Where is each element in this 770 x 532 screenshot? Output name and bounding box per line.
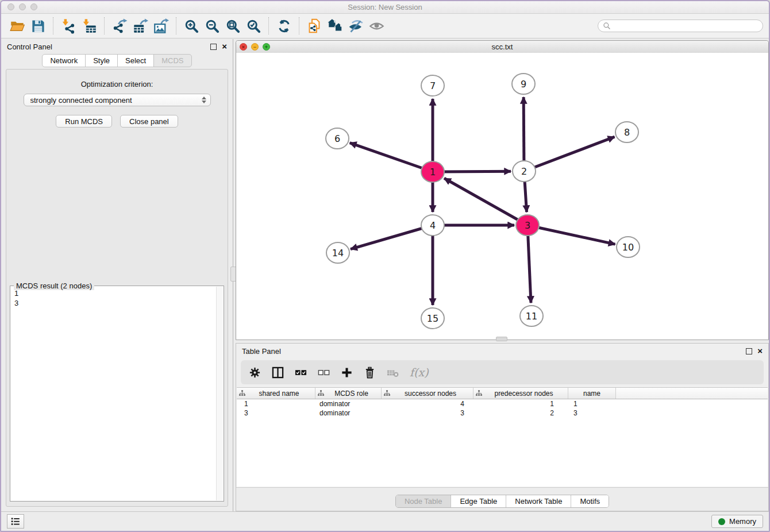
close-table-panel-icon[interactable]: × bbox=[757, 348, 763, 354]
tab-motifs[interactable]: Motifs bbox=[571, 495, 609, 507]
float-table-panel-icon[interactable] bbox=[746, 348, 752, 354]
optimization-criterion-select[interactable]: strongly connected component bbox=[24, 94, 211, 106]
unselect-all-columns-button[interactable] bbox=[318, 365, 330, 380]
graph-edge-4-14[interactable] bbox=[351, 225, 433, 249]
table-header: shared name MCDS role successor nodes pr… bbox=[237, 387, 768, 399]
svg-text:8: 8 bbox=[624, 127, 630, 138]
zoom-selected-button[interactable] bbox=[243, 16, 264, 36]
tab-network[interactable]: Network bbox=[42, 54, 86, 67]
tab-mcds[interactable]: MCDS bbox=[153, 54, 191, 67]
export-network-button[interactable] bbox=[109, 16, 130, 36]
export-image-button[interactable] bbox=[151, 16, 171, 36]
close-panel-icon[interactable]: × bbox=[222, 43, 227, 50]
main-toolbar bbox=[1, 14, 769, 38]
toolbar-separator bbox=[176, 17, 176, 34]
function-builder-button[interactable]: f(x) bbox=[410, 365, 429, 380]
optimization-criterion-label: Optimization criterion: bbox=[6, 80, 228, 88]
apply-layout-button[interactable] bbox=[274, 16, 294, 36]
graph-edge-1-6[interactable] bbox=[350, 143, 433, 172]
close-panel-button[interactable]: Close panel bbox=[120, 115, 178, 128]
graph-edge-2-9[interactable] bbox=[523, 97, 524, 171]
first-neighbors-button[interactable] bbox=[325, 16, 345, 36]
zoom-out-button[interactable] bbox=[202, 16, 222, 36]
toolbar-separator bbox=[268, 17, 269, 34]
graph-node-6[interactable]: 6 bbox=[326, 128, 349, 149]
zoom-in-icon bbox=[184, 18, 199, 34]
search-input[interactable] bbox=[614, 21, 758, 31]
graph-node-3[interactable]: 3 bbox=[516, 215, 539, 236]
table-settings-button[interactable] bbox=[249, 365, 261, 380]
graph-edge-2-8[interactable] bbox=[524, 137, 614, 171]
graph-node-1[interactable]: 1 bbox=[421, 161, 444, 182]
tab-select[interactable]: Select bbox=[117, 54, 154, 67]
import-network-button[interactable] bbox=[58, 16, 79, 36]
svg-text:9: 9 bbox=[521, 79, 526, 90]
gear-icon bbox=[249, 367, 261, 379]
svg-text:2: 2 bbox=[521, 166, 527, 177]
result-item[interactable]: 1 bbox=[14, 288, 220, 298]
hierarchy-icon bbox=[318, 390, 324, 396]
float-panel-icon[interactable] bbox=[210, 44, 217, 50]
show-all-button[interactable] bbox=[366, 16, 387, 36]
delete-columns-button[interactable] bbox=[364, 365, 376, 380]
zoom-fit-button[interactable] bbox=[222, 16, 243, 36]
result-item[interactable]: 3 bbox=[14, 298, 220, 308]
table-header-filler bbox=[616, 388, 768, 399]
graph-edge-3-10[interactable] bbox=[528, 225, 615, 244]
graph-node-8[interactable]: 8 bbox=[615, 122, 638, 142]
tab-edge-table[interactable]: Edge Table bbox=[451, 495, 506, 507]
clone-network-button[interactable] bbox=[304, 16, 325, 36]
tab-style[interactable]: Style bbox=[85, 54, 118, 67]
result-scrollbar[interactable] bbox=[216, 287, 223, 500]
delete-table-button[interactable] bbox=[387, 365, 399, 380]
search-box[interactable] bbox=[598, 20, 763, 32]
task-history-button[interactable] bbox=[7, 514, 24, 529]
export-table-icon bbox=[133, 18, 148, 34]
search-icon bbox=[603, 22, 611, 30]
main-titlebar: Session: New Session bbox=[1, 1, 769, 14]
create-column-button[interactable] bbox=[341, 365, 353, 380]
table-row[interactable]: 1 dominator 4 1 1 bbox=[237, 399, 768, 408]
column-header-shared-name[interactable]: shared name bbox=[237, 388, 315, 399]
memory-button[interactable]: Memory bbox=[711, 515, 763, 528]
zoom-in-button[interactable] bbox=[181, 16, 202, 36]
horizontal-splitter-handle[interactable] bbox=[496, 337, 507, 341]
tab-network-table[interactable]: Network Table bbox=[506, 495, 571, 507]
network-window-titlebar: × − + scc.txt bbox=[236, 41, 768, 53]
column-header-predecessor-nodes[interactable]: predecessor nodes bbox=[473, 388, 568, 399]
hide-selected-button[interactable] bbox=[345, 16, 366, 36]
graph-node-14[interactable]: 14 bbox=[326, 242, 349, 263]
network-graph-canvas[interactable]: 7968124314101511 bbox=[236, 53, 768, 340]
graph-node-10[interactable]: 10 bbox=[617, 237, 640, 257]
import-table-button[interactable] bbox=[79, 16, 99, 36]
column-header-mcds-role[interactable]: MCDS role bbox=[315, 388, 382, 399]
control-panel: Control Panel × Network Style Select MCD… bbox=[1, 39, 233, 514]
graph-node-11[interactable]: 11 bbox=[520, 306, 543, 326]
fx-icon: f(x) bbox=[410, 366, 429, 379]
svg-text:14: 14 bbox=[332, 248, 344, 259]
graph-edge-3-1[interactable] bbox=[444, 178, 528, 225]
eye-icon bbox=[369, 18, 384, 34]
export-table-button[interactable] bbox=[130, 16, 151, 36]
tab-node-table[interactable]: Node Table bbox=[396, 495, 451, 507]
column-header-successor-nodes[interactable]: successor nodes bbox=[382, 388, 473, 399]
run-mcds-button[interactable]: Run MCDS bbox=[56, 115, 112, 128]
graph-node-15[interactable]: 15 bbox=[421, 308, 444, 329]
mcds-result-list[interactable]: 1 3 bbox=[11, 287, 223, 500]
toolbar-separator bbox=[104, 17, 105, 34]
select-all-columns-button[interactable] bbox=[295, 365, 307, 380]
application-window: Session: New Session bbox=[0, 0, 770, 532]
open-session-button[interactable] bbox=[7, 16, 28, 36]
mcds-panel: Optimization criterion: strongly connect… bbox=[6, 69, 228, 507]
column-header-name[interactable]: name bbox=[568, 388, 616, 399]
save-session-button[interactable] bbox=[28, 16, 48, 36]
graph-node-2[interactable]: 2 bbox=[513, 161, 536, 182]
trash-icon bbox=[364, 367, 376, 379]
graph-node-4[interactable]: 4 bbox=[421, 215, 444, 236]
task-list-icon bbox=[11, 516, 20, 526]
graph-node-9[interactable]: 9 bbox=[512, 74, 535, 94]
show-columns-button[interactable] bbox=[272, 365, 284, 380]
graph-edge-3-11[interactable] bbox=[528, 225, 531, 303]
table-row[interactable]: 3 dominator 3 2 3 bbox=[237, 408, 768, 418]
graph-node-7[interactable]: 7 bbox=[421, 75, 444, 96]
